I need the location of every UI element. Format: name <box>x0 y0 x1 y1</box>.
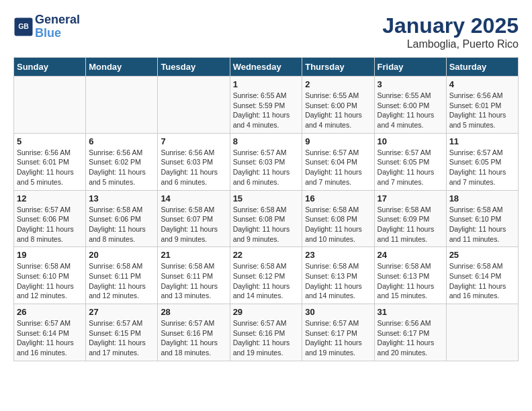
day-number: 6 <box>89 136 154 146</box>
day-info: Sunrise: 6:58 AMSunset: 6:10 PMDaylight:… <box>449 205 515 244</box>
calendar-day-28: 28Sunrise: 6:57 AMSunset: 6:16 PMDayligh… <box>158 304 230 361</box>
day-info: Sunrise: 6:57 AMSunset: 6:06 PMDaylight:… <box>17 205 83 244</box>
day-info: Sunrise: 6:58 AMSunset: 6:13 PMDaylight:… <box>305 261 371 301</box>
svg-text:GB: GB <box>18 22 29 30</box>
day-number: 23 <box>305 250 371 260</box>
day-number: 15 <box>233 193 300 203</box>
page-header: GB General Blue January 2025 Lamboglia, … <box>13 13 519 50</box>
day-info: Sunrise: 6:57 AMSunset: 6:15 PMDaylight:… <box>89 318 154 358</box>
day-number: 9 <box>305 136 371 146</box>
calendar-day-23: 23Sunrise: 6:58 AMSunset: 6:13 PMDayligh… <box>302 247 374 304</box>
calendar-week-row: 19Sunrise: 6:58 AMSunset: 6:10 PMDayligh… <box>14 247 519 304</box>
calendar-week-row: 5Sunrise: 6:56 AMSunset: 6:01 PMDaylight… <box>14 133 519 190</box>
day-number: 17 <box>378 193 443 203</box>
weekday-header-friday: Friday <box>374 58 446 77</box>
calendar-day-29: 29Sunrise: 6:57 AMSunset: 6:16 PMDayligh… <box>230 304 302 361</box>
day-number: 4 <box>449 79 515 89</box>
weekday-header-monday: Monday <box>86 58 158 77</box>
day-info: Sunrise: 6:57 AMSunset: 6:14 PMDaylight:… <box>17 318 83 358</box>
day-number: 1 <box>233 79 300 89</box>
logo-blue: Blue <box>35 27 80 40</box>
day-info: Sunrise: 6:57 AMSunset: 6:05 PMDaylight:… <box>378 148 443 187</box>
day-info: Sunrise: 6:57 AMSunset: 6:03 PMDaylight:… <box>233 148 300 187</box>
day-number: 11 <box>449 136 515 146</box>
day-number: 16 <box>305 193 371 203</box>
logo: GB General Blue <box>13 13 80 40</box>
day-info: Sunrise: 6:55 AMSunset: 6:00 PMDaylight:… <box>378 91 443 130</box>
calendar-subtitle: Lamboglia, Puerto Rico <box>382 38 519 50</box>
calendar-day-empty <box>86 77 158 134</box>
calendar-day-15: 15Sunrise: 6:58 AMSunset: 6:08 PMDayligh… <box>230 190 302 247</box>
calendar-week-row: 12Sunrise: 6:57 AMSunset: 6:06 PMDayligh… <box>14 190 519 247</box>
logo-general: General <box>35 13 80 27</box>
calendar-day-30: 30Sunrise: 6:57 AMSunset: 6:17 PMDayligh… <box>302 304 374 361</box>
day-info: Sunrise: 6:58 AMSunset: 6:14 PMDaylight:… <box>449 261 515 301</box>
day-number: 10 <box>378 136 443 146</box>
logo-icon: GB <box>13 17 34 37</box>
weekday-header-sunday: Sunday <box>14 58 86 77</box>
day-info: Sunrise: 6:58 AMSunset: 6:13 PMDaylight:… <box>378 261 443 301</box>
day-number: 21 <box>161 250 226 260</box>
calendar-day-27: 27Sunrise: 6:57 AMSunset: 6:15 PMDayligh… <box>86 304 158 361</box>
day-info: Sunrise: 6:55 AMSunset: 5:59 PMDaylight:… <box>233 91 300 130</box>
day-number: 19 <box>17 250 83 260</box>
calendar-title: January 2025 <box>382 13 519 38</box>
day-info: Sunrise: 6:58 AMSunset: 6:11 PMDaylight:… <box>89 261 154 301</box>
day-info: Sunrise: 6:58 AMSunset: 6:08 PMDaylight:… <box>305 205 371 244</box>
day-number: 2 <box>305 79 371 89</box>
day-info: Sunrise: 6:57 AMSunset: 6:16 PMDaylight:… <box>233 318 300 358</box>
day-number: 28 <box>161 307 226 317</box>
day-info: Sunrise: 6:57 AMSunset: 6:04 PMDaylight:… <box>305 148 371 187</box>
calendar-body: 1Sunrise: 6:55 AMSunset: 5:59 PMDaylight… <box>14 77 519 361</box>
day-number: 14 <box>161 193 226 203</box>
day-number: 18 <box>449 193 515 203</box>
calendar-day-18: 18Sunrise: 6:58 AMSunset: 6:10 PMDayligh… <box>446 190 518 247</box>
day-number: 7 <box>161 136 226 146</box>
day-info: Sunrise: 6:57 AMSunset: 6:16 PMDaylight:… <box>161 318 226 358</box>
calendar-day-31: 31Sunrise: 6:56 AMSunset: 6:17 PMDayligh… <box>374 304 446 361</box>
calendar-day-17: 17Sunrise: 6:58 AMSunset: 6:09 PMDayligh… <box>374 190 446 247</box>
day-info: Sunrise: 6:56 AMSunset: 6:01 PMDaylight:… <box>17 148 83 187</box>
calendar-day-empty <box>158 77 230 134</box>
calendar-day-11: 11Sunrise: 6:57 AMSunset: 6:05 PMDayligh… <box>446 133 518 190</box>
day-number: 25 <box>449 250 515 260</box>
day-info: Sunrise: 6:58 AMSunset: 6:08 PMDaylight:… <box>233 205 300 244</box>
calendar-table: SundayMondayTuesdayWednesdayThursdayFrid… <box>13 57 519 361</box>
calendar-header: SundayMondayTuesdayWednesdayThursdayFrid… <box>14 58 519 77</box>
calendar-day-8: 8Sunrise: 6:57 AMSunset: 6:03 PMDaylight… <box>230 133 302 190</box>
calendar-day-16: 16Sunrise: 6:58 AMSunset: 6:08 PMDayligh… <box>302 190 374 247</box>
day-info: Sunrise: 6:58 AMSunset: 6:12 PMDaylight:… <box>233 261 300 301</box>
calendar-day-13: 13Sunrise: 6:58 AMSunset: 6:06 PMDayligh… <box>86 190 158 247</box>
calendar-day-7: 7Sunrise: 6:56 AMSunset: 6:03 PMDaylight… <box>158 133 230 190</box>
day-number: 26 <box>17 307 83 317</box>
calendar-week-row: 1Sunrise: 6:55 AMSunset: 5:59 PMDaylight… <box>14 77 519 134</box>
day-info: Sunrise: 6:56 AMSunset: 6:01 PMDaylight:… <box>449 91 515 130</box>
calendar-day-empty <box>14 77 86 134</box>
day-info: Sunrise: 6:56 AMSunset: 6:03 PMDaylight:… <box>161 148 226 187</box>
calendar-day-10: 10Sunrise: 6:57 AMSunset: 6:05 PMDayligh… <box>374 133 446 190</box>
calendar-day-20: 20Sunrise: 6:58 AMSunset: 6:11 PMDayligh… <box>86 247 158 304</box>
day-number: 5 <box>17 136 83 146</box>
calendar-day-14: 14Sunrise: 6:58 AMSunset: 6:07 PMDayligh… <box>158 190 230 247</box>
calendar-day-3: 3Sunrise: 6:55 AMSunset: 6:00 PMDaylight… <box>374 77 446 134</box>
day-info: Sunrise: 6:57 AMSunset: 6:17 PMDaylight:… <box>305 318 371 358</box>
calendar-day-26: 26Sunrise: 6:57 AMSunset: 6:14 PMDayligh… <box>14 304 86 361</box>
weekday-header-saturday: Saturday <box>446 58 518 77</box>
calendar-day-21: 21Sunrise: 6:58 AMSunset: 6:11 PMDayligh… <box>158 247 230 304</box>
calendar-week-row: 26Sunrise: 6:57 AMSunset: 6:14 PMDayligh… <box>14 304 519 361</box>
day-info: Sunrise: 6:55 AMSunset: 6:00 PMDaylight:… <box>305 91 371 130</box>
calendar-day-2: 2Sunrise: 6:55 AMSunset: 6:00 PMDaylight… <box>302 77 374 134</box>
calendar-day-19: 19Sunrise: 6:58 AMSunset: 6:10 PMDayligh… <box>14 247 86 304</box>
day-number: 13 <box>89 193 154 203</box>
title-block: January 2025 Lamboglia, Puerto Rico <box>382 13 519 50</box>
calendar-day-24: 24Sunrise: 6:58 AMSunset: 6:13 PMDayligh… <box>374 247 446 304</box>
day-info: Sunrise: 6:58 AMSunset: 6:07 PMDaylight:… <box>161 205 226 244</box>
calendar-day-1: 1Sunrise: 6:55 AMSunset: 5:59 PMDaylight… <box>230 77 302 134</box>
day-number: 30 <box>305 307 371 317</box>
day-info: Sunrise: 6:58 AMSunset: 6:06 PMDaylight:… <box>89 205 154 244</box>
day-info: Sunrise: 6:58 AMSunset: 6:09 PMDaylight:… <box>378 205 443 244</box>
day-info: Sunrise: 6:56 AMSunset: 6:17 PMDaylight:… <box>378 318 443 358</box>
weekday-header-wednesday: Wednesday <box>230 58 302 77</box>
calendar-day-4: 4Sunrise: 6:56 AMSunset: 6:01 PMDaylight… <box>446 77 518 134</box>
day-info: Sunrise: 6:57 AMSunset: 6:05 PMDaylight:… <box>449 148 515 187</box>
